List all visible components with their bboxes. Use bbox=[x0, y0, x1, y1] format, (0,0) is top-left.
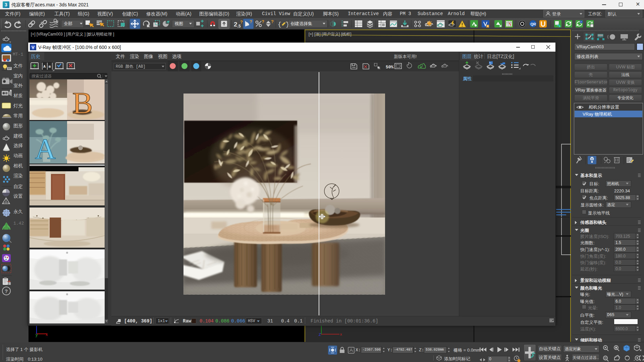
svg-text:50%: 50% bbox=[386, 65, 394, 70]
svg-text:B: B bbox=[49, 65, 51, 68]
svg-text:{: { bbox=[278, 21, 281, 28]
svg-text:?: ? bbox=[250, 19, 252, 24]
svg-text:B: B bbox=[72, 86, 93, 120]
svg-text:x: x bbox=[46, 332, 48, 337]
svg-text:创建选择集: 创建选择集 bbox=[290, 21, 312, 26]
svg-text:?: ? bbox=[5, 288, 8, 294]
svg-text:y: y bbox=[36, 332, 38, 337]
svg-text:A: A bbox=[43, 65, 46, 68]
svg-text:?: ? bbox=[271, 19, 274, 24]
svg-text:?: ? bbox=[240, 19, 243, 24]
svg-text:x: x bbox=[340, 332, 342, 336]
svg-text:QR: QR bbox=[531, 22, 536, 26]
svg-text:?: ? bbox=[262, 19, 264, 24]
svg-text:全部: 全部 bbox=[64, 21, 72, 26]
svg-text:A: A bbox=[35, 133, 56, 165]
svg-text:Z: Z bbox=[319, 333, 321, 337]
svg-text:2.5: 2.5 bbox=[234, 21, 241, 28]
svg-text:视图: 视图 bbox=[174, 21, 183, 26]
